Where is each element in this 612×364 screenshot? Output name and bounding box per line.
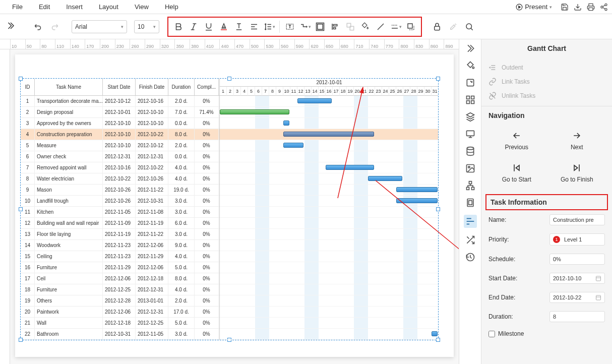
task-row[interactable]: 20Paintwork2012-12-062012-12-3117.0 d.0% [21, 307, 219, 318]
menu-edit[interactable]: Edit [31, 1, 58, 13]
connector-button[interactable]: ▾ [298, 20, 312, 34]
gantt-bar[interactable] [283, 132, 374, 137]
task-row[interactable]: 18Furniture2012-12-252012-12-314.0 d.0% [21, 284, 219, 295]
menu-insert[interactable]: Insert [58, 1, 91, 13]
gantt-bar[interactable] [220, 109, 289, 114]
text-box-button[interactable] [283, 20, 297, 34]
grid-tool-icon[interactable] [465, 95, 475, 105]
page-tool-icon[interactable] [465, 198, 475, 208]
align-objects-button[interactable] [328, 20, 342, 34]
group-button[interactable] [343, 20, 357, 34]
milestone-checkbox[interactable] [488, 331, 495, 337]
line-spacing-button[interactable]: ▾ [262, 20, 276, 34]
task-row[interactable]: 16Furniture2012-11-292012-12-065.0 d.0% [21, 262, 219, 273]
task-row[interactable]: 8Water electrician2012-10-222012-10-264.… [21, 173, 219, 185]
stroke-button[interactable] [374, 20, 388, 34]
line-style-button[interactable]: ▾ [389, 20, 403, 34]
bold-button[interactable] [171, 20, 186, 34]
collapse-panel-button[interactable] [465, 43, 475, 53]
task-row[interactable]: 6Owner check2012-12-312012-12-310.0 d.0% [21, 151, 219, 162]
task-row[interactable]: 4Construction preparation2012-10-102012-… [21, 129, 219, 140]
task-row[interactable]: 13Floor tile laying2012-11-192012-11-223… [21, 229, 219, 240]
font-color-button[interactable] [217, 20, 231, 34]
end-date-field[interactable]: 2012-10-22 [549, 292, 605, 303]
nav-previous[interactable]: Previous [488, 127, 545, 155]
task-row[interactable]: 14Woodwork2012-11-232012-12-069.0 d.0% [21, 240, 219, 251]
menu-file[interactable]: File [4, 1, 31, 13]
print-icon[interactable] [587, 3, 595, 11]
resize-handle-sw[interactable] [19, 338, 23, 342]
expand-toolbar-button[interactable] [4, 19, 17, 34]
fill-tool-icon[interactable] [465, 60, 475, 71]
menu-layout[interactable]: Layout [91, 1, 127, 13]
unlink-tasks-action[interactable]: Unlink Tasks [488, 89, 605, 103]
priority-field[interactable]: 1Level 1 [549, 233, 605, 246]
resize-handle-w[interactable] [19, 207, 23, 211]
gantt-bar[interactable] [283, 143, 303, 148]
link-tasks-action[interactable]: Link Tasks [488, 75, 605, 89]
gantt-bar[interactable] [297, 98, 332, 103]
undo-button[interactable] [31, 20, 45, 34]
duration-field[interactable]: 8 [549, 311, 605, 322]
export-icon[interactable] [574, 3, 582, 11]
schedule-field[interactable]: 0% [549, 254, 605, 265]
task-row[interactable]: 21Wall2012-12-182012-12-255.0 d.0% [21, 318, 219, 329]
font-family-select[interactable]: Arial▾ [72, 20, 127, 33]
gantt-bar[interactable] [368, 176, 402, 181]
task-row[interactable]: 11Kitchen2012-11-052012-11-083.0 d.0% [21, 207, 219, 218]
start-date-field[interactable]: 2012-10-10 [549, 273, 605, 284]
gantt-bar[interactable] [396, 198, 438, 203]
export-tool-icon[interactable] [465, 78, 475, 88]
task-row[interactable]: 7Removed appoint wall2012-10-162012-10-2… [21, 162, 219, 173]
history-tool-icon[interactable] [465, 252, 475, 262]
gantt-chart-selection[interactable]: ID Task Name Start Date Finish Date Dura… [20, 78, 439, 340]
shuffle-tool-icon[interactable] [465, 235, 475, 245]
task-name-field[interactable]: Construction pre [549, 214, 605, 225]
italic-button[interactable] [187, 20, 201, 34]
image-tool-icon[interactable] [465, 163, 475, 173]
present-button[interactable]: Present ▾ [512, 2, 556, 12]
search-button[interactable] [462, 20, 476, 34]
svg-rect-34 [471, 101, 474, 104]
task-row[interactable]: 10Landfill trough2012-10-262012-10-313.0… [21, 196, 219, 207]
layers-tool-icon[interactable] [465, 112, 475, 122]
share-icon[interactable] [600, 3, 608, 11]
gantt-bar[interactable] [396, 187, 438, 192]
align-left-button[interactable] [247, 20, 261, 34]
task-row[interactable]: 3Approved by the owners2012-10-102012-10… [21, 118, 219, 129]
task-row[interactable]: 17Ceil2012-12-062012-12-188.0 d.0% [21, 273, 219, 284]
menu-help[interactable]: Help [157, 1, 187, 13]
redo-button[interactable] [47, 20, 62, 34]
nav-goto-finish[interactable]: Go to Finish [549, 159, 605, 187]
gantt-bar[interactable] [326, 165, 374, 170]
underline-button[interactable] [202, 20, 216, 34]
hierarchy-tool-icon[interactable] [465, 180, 475, 191]
gantt-tool-icon[interactable] [464, 215, 477, 228]
task-row[interactable]: 22Bathroom2012-10-312012-11-053.0 d.0% [21, 329, 219, 340]
outdent-action[interactable]: Outdent [488, 60, 605, 75]
task-row[interactable]: 12Building wall and wall repair2012-11-0… [21, 218, 219, 229]
menu-view[interactable]: View [127, 1, 157, 13]
task-row[interactable]: 19Others2012-12-282013-01-012.0 d.0% [21, 295, 219, 307]
presentation-tool-icon[interactable] [465, 129, 475, 139]
task-row[interactable]: 2Design proposal2012-10-012012-10-107.0 … [21, 107, 219, 118]
save-icon[interactable] [561, 3, 569, 11]
task-row[interactable]: 15Ceiling2012-11-232012-11-294.0 d.0% [21, 251, 219, 262]
gantt-bar[interactable] [283, 120, 289, 126]
nav-next[interactable]: Next [549, 127, 605, 155]
fill-button[interactable] [358, 20, 373, 34]
resize-handle-nw[interactable] [19, 77, 23, 81]
task-row[interactable]: 1Transportation decorate ma...2012-10-12… [21, 96, 219, 107]
font-size-select[interactable]: 10▾ [134, 20, 159, 33]
task-row[interactable]: 5Measure2012-10-102012-10-122.0 d.0% [21, 140, 219, 151]
nav-goto-start[interactable]: Go to Start [488, 159, 545, 187]
gantt-bar[interactable] [432, 331, 438, 336]
database-tool-icon[interactable] [465, 146, 475, 156]
text-highlight-button[interactable] [232, 20, 246, 34]
lock-button[interactable] [430, 20, 444, 34]
shadow-button[interactable] [404, 20, 418, 34]
tools-button[interactable] [446, 20, 460, 34]
image-frame-button[interactable] [313, 20, 327, 34]
task-row[interactable]: 9Mason2012-10-262012-11-2219.0 d.0% [21, 185, 219, 196]
canvas-area[interactable]: 1050801101401702002302602903203503804104… [0, 39, 459, 364]
